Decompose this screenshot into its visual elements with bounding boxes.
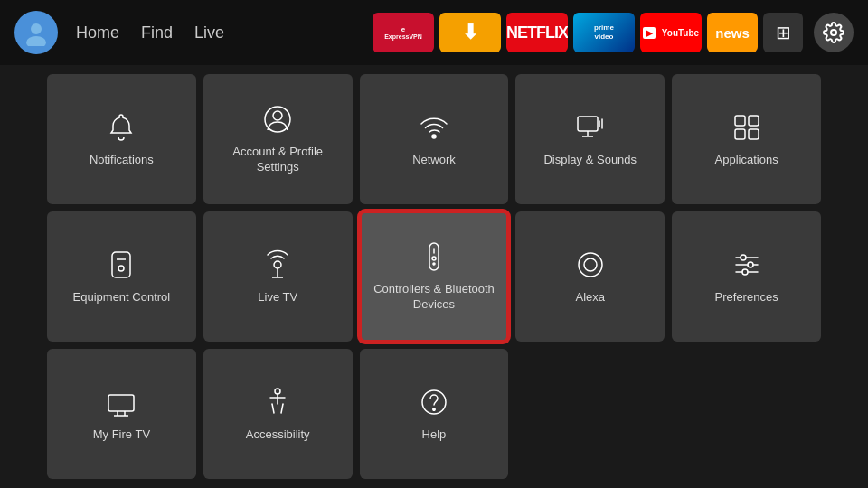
grid-item-applications[interactable]: Applications: [672, 74, 821, 204]
svg-point-39: [433, 408, 435, 409]
fire-tv-icon: [105, 386, 137, 418]
nav-live[interactable]: Live: [194, 20, 224, 46]
grid-item-help[interactable]: Help: [360, 349, 509, 479]
antenna-icon: [261, 249, 294, 281]
svg-rect-10: [749, 116, 759, 126]
grid-item-network[interactable]: Network: [360, 74, 509, 204]
svg-point-4: [273, 111, 282, 120]
svg-point-35: [275, 389, 280, 394]
settings-button[interactable]: [814, 13, 854, 52]
grid-item-account-profile[interactable]: Account & Profile Settings: [203, 74, 353, 204]
question-icon: [418, 386, 450, 418]
svg-point-21: [432, 257, 436, 260]
svg-point-1: [26, 36, 46, 46]
svg-point-23: [579, 253, 602, 277]
avatar[interactable]: [14, 11, 58, 54]
svg-rect-13: [112, 252, 130, 277]
app-news[interactable]: news: [707, 13, 758, 52]
help-label: Help: [422, 427, 447, 443]
app-youtube[interactable]: ▶ YouTube: [640, 13, 702, 52]
equipment-control-label: Equipment Control: [73, 290, 171, 305]
alexa-label: Alexa: [576, 290, 606, 305]
grid-item-my-fire-tv[interactable]: My Fire TV: [47, 349, 196, 479]
alexa-ring-icon: [574, 249, 607, 281]
grid-item-controllers-bluetooth[interactable]: Controllers & Bluetooth Devices: [360, 211, 509, 342]
my-fire-tv-label: My Fire TV: [93, 427, 150, 443]
wifi-icon: [418, 111, 450, 144]
svg-point-5: [432, 135, 436, 138]
app-downloader[interactable]: ⬇: [439, 13, 501, 52]
grid-item-notifications[interactable]: Notifications: [47, 74, 196, 204]
grid-item-alexa[interactable]: Alexa: [515, 211, 665, 342]
svg-rect-31: [108, 395, 134, 411]
bell-icon: [105, 111, 137, 144]
svg-rect-11: [735, 129, 745, 139]
app-icons-bar: e ExpressVPN ⬇ NETFLIX primevideo ▶ YouT…: [373, 13, 803, 52]
display-sounds-label: Display & Sounds: [543, 153, 637, 168]
svg-point-22: [433, 263, 435, 265]
app-expressvpn[interactable]: e ExpressVPN: [373, 13, 434, 52]
live-tv-label: Live TV: [258, 290, 297, 305]
user-circle-icon: [261, 103, 294, 136]
svg-rect-9: [735, 116, 745, 126]
network-label: Network: [412, 153, 456, 168]
grid-item-equipment-control[interactable]: Equipment Control: [47, 211, 196, 342]
person-accessible-icon: [261, 386, 294, 418]
nav-find[interactable]: Find: [141, 20, 173, 46]
apps-grid-icon: [731, 111, 763, 144]
accessibility-label: Accessibility: [246, 427, 310, 443]
svg-point-29: [748, 262, 753, 267]
remote-icon: [418, 240, 450, 273]
sliders-icon: [731, 249, 763, 281]
settings-grid: Notifications Account & Profile Settings…: [0, 65, 868, 488]
svg-point-30: [742, 269, 748, 275]
app-grid-all[interactable]: ⊞: [763, 13, 803, 52]
topbar: Home Find Live e ExpressVPN ⬇ NETFLIX pr…: [0, 0, 868, 65]
app-netflix[interactable]: NETFLIX: [506, 13, 568, 52]
grid-item-display-sounds[interactable]: Display & Sounds: [515, 74, 665, 204]
tv-remote-icon: [105, 249, 137, 281]
grid-item-accessibility[interactable]: Accessibility: [203, 349, 353, 479]
grid-item-live-tv[interactable]: Live TV: [203, 211, 353, 342]
svg-point-24: [584, 258, 597, 271]
svg-point-16: [274, 261, 281, 268]
applications-label: Applications: [715, 153, 778, 168]
svg-point-15: [118, 266, 124, 271]
preferences-label: Preferences: [715, 290, 778, 305]
svg-rect-6: [578, 117, 598, 131]
controllers-bluetooth-label: Controllers & Bluetooth Devices: [369, 282, 500, 313]
grid-item-preferences[interactable]: Preferences: [672, 211, 821, 342]
notifications-label: Notifications: [90, 153, 154, 168]
nav-home[interactable]: Home: [76, 20, 119, 46]
account-profile-label: Account & Profile Settings: [211, 145, 345, 175]
monitor-sound-icon: [574, 111, 607, 144]
nav-links: Home Find Live: [76, 20, 224, 46]
app-prime-video[interactable]: primevideo: [573, 13, 635, 52]
svg-point-0: [31, 23, 42, 34]
svg-rect-12: [749, 129, 759, 139]
svg-point-2: [831, 30, 836, 35]
svg-point-28: [741, 255, 746, 260]
